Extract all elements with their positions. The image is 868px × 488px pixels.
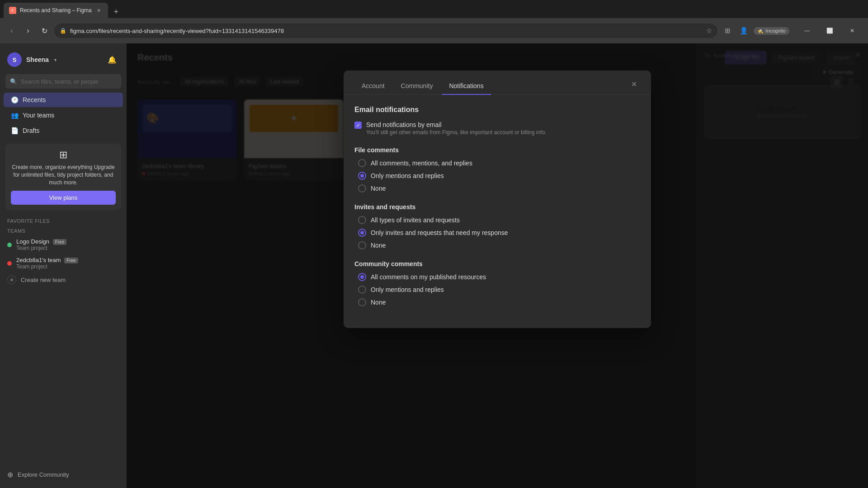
close-window-btn[interactable]: ✕ [842,23,863,38]
radio-btn-selected[interactable] [358,273,366,281]
modal-overlay: Account Community Notifications ✕ Email … [127,43,868,488]
radio-btn[interactable] [358,216,366,224]
invites-title: Invites and requests [354,203,640,211]
team-name: 2edcb8a1's team Free [16,257,119,263]
browser-chrome: F Recents and Sharing – Figma ✕ + ‹ › ↻ … [0,0,868,43]
refresh-btn[interactable]: ↻ [38,24,51,37]
radio-label: Only mentions and replies [371,286,444,293]
sidebar-search[interactable]: 🔍 Search files, teams, or people [5,74,121,89]
active-tab[interactable]: F Recents and Sharing – Figma ✕ [4,3,108,18]
tab-community[interactable]: Community [394,78,440,95]
radio-label: Only mentions and replies [371,172,444,179]
minimize-btn[interactable]: — [797,23,817,38]
file-comments-none[interactable]: None [358,184,640,192]
create-new-team-btn[interactable]: + Create new team [0,272,127,287]
community-icon: ⊕ [7,470,13,479]
modal-close-btn[interactable]: ✕ [627,78,640,90]
radio-label: Only invites and requests that need my r… [371,229,508,236]
checkmark-icon: ✓ [356,122,360,128]
radio-btn-selected[interactable] [358,229,366,237]
community-mentions[interactable]: Only mentions and replies [358,286,640,294]
chevron-down-icon: ▾ [54,57,57,62]
team-item-logo-design[interactable]: Logo Design Free Team project [0,235,127,254]
community-comments-title: Community comments [354,260,640,267]
view-plans-button[interactable]: View plans [11,191,116,205]
user-menu[interactable]: S Sheena ▾ 🔔 [0,49,127,70]
radio-label: All types of invites and requests [371,216,460,224]
radio-btn[interactable] [358,184,366,192]
notification-bell-btn[interactable]: 🔔 [105,52,119,67]
file-comments-mentions[interactable]: Only mentions and replies [358,172,640,180]
radio-label: All comments on my published resources [371,273,486,281]
radio-btn[interactable] [358,298,366,306]
team-info: 2edcb8a1's team Free Team project [16,257,119,270]
team-sub: Team project [16,245,119,251]
star-icon[interactable]: ☆ [706,27,712,35]
radio-label: None [371,299,386,306]
community-none[interactable]: None [358,298,640,306]
invites-needs-response[interactable]: Only invites and requests that need my r… [358,229,640,237]
team-color-dot [7,243,12,247]
user-name: Sheena [26,56,49,63]
incognito-badge: 🕵 Incognito [754,27,789,35]
app-layout: S Sheena ▾ 🔔 🔍 Search files, teams, or p… [0,43,868,488]
sidebar-item-label-recents: Recents [23,96,46,103]
plus-icon: + [7,275,16,284]
browser-nav-bar: ‹ › ↻ 🔒 figma.com/files/recents-and-shar… [0,18,868,43]
file-comments-section: File comments All comments, mentions, an… [354,146,640,192]
upgrade-icon: ⊞ [11,149,116,161]
email-section-title: Email notifications [354,106,640,114]
radio-btn[interactable] [358,241,366,249]
file-comments-all[interactable]: All comments, mentions, and replies [358,159,640,167]
team-sub: Team project [16,263,119,270]
modal-tabs: Account Community Notifications ✕ [344,70,651,95]
explore-community-label: Explore Community [18,471,69,478]
checkbox-label: Send notifications by email [366,121,547,128]
send-notifications-checkbox[interactable]: ✓ [354,122,362,129]
tab-notifications[interactable]: Notifications [442,78,491,95]
extension-btn[interactable]: ⊞ [721,24,734,37]
url-text: figma.com/files/recents-and-sharing/rece… [70,28,703,34]
maximize-btn[interactable]: ⬜ [819,23,840,38]
sidebar-item-recents[interactable]: 🕐 Recents [4,93,123,107]
radio-btn[interactable] [358,286,366,294]
radio-btn[interactable] [358,159,366,167]
forward-btn[interactable]: › [22,24,34,37]
sidebar-item-label-drafts: Drafts [23,127,39,134]
file-comments-radio-group: All comments, mentions, and replies Only… [354,159,640,192]
teams-section-label: Teams [0,225,127,235]
team-color-dot [7,261,12,266]
back-btn[interactable]: ‹ [5,24,18,37]
tab-account[interactable]: Account [354,78,392,95]
team-item-2edcb8a1[interactable]: 2edcb8a1's team Free Team project [0,254,127,272]
sidebar-item-drafts[interactable]: 📄 Drafts [4,123,123,138]
invites-radio-group: All types of invites and requests Only i… [354,216,640,249]
avatar: S [7,52,22,67]
radio-label: All comments, mentions, and replies [371,160,472,167]
send-notifications-checkbox-row: ✓ Send notifications by email You'll sti… [354,121,640,136]
team-badge: Free [53,239,67,245]
invites-none[interactable]: None [358,241,640,249]
checkbox-label-group: Send notifications by email You'll still… [366,121,547,136]
invites-all[interactable]: All types of invites and requests [358,216,640,224]
sidebar: S Sheena ▾ 🔔 🔍 Search files, teams, or p… [0,43,127,488]
search-icon: 🔍 [10,78,17,85]
file-comments-title: File comments [354,146,640,154]
team-badge: Free [64,258,78,263]
invites-section: Invites and requests All types of invite… [354,203,640,249]
community-all[interactable]: All comments on my published resources [358,273,640,281]
tab-favicon: F [9,7,16,14]
tab-close-btn[interactable]: ✕ [95,7,103,14]
checkbox-sublabel: You'll still get other emails from Figma… [366,129,547,136]
radio-label: None [371,242,386,249]
sidebar-item-your-teams[interactable]: 👥 Your teams [4,108,123,122]
profile-btn[interactable]: 👤 [737,24,750,37]
explore-community-btn[interactable]: ⊕ Explore Community [0,467,127,483]
address-bar[interactable]: 🔒 figma.com/files/recents-and-sharing/re… [54,23,717,38]
favorite-files-section-label: Favorite files [0,216,127,225]
modal-body: Email notifications ✓ Send notifications… [344,95,651,328]
radio-btn-selected[interactable] [358,172,366,180]
team-name: Logo Design Free [16,238,119,245]
lock-icon: 🔒 [60,28,66,34]
new-tab-btn[interactable]: + [110,5,123,18]
